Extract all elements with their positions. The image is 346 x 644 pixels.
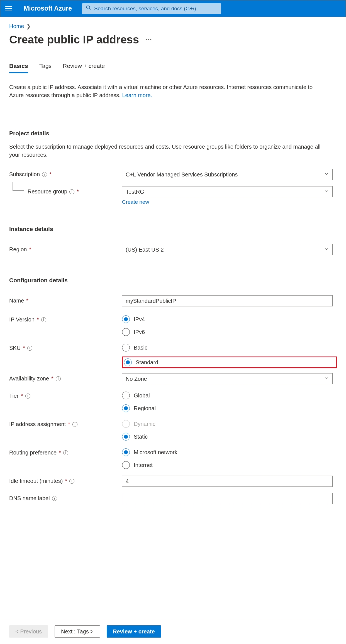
required-icon: * <box>65 478 67 484</box>
availability-zone-select[interactable]: No Zone <box>122 373 333 384</box>
info-icon[interactable]: i <box>27 346 32 351</box>
info-icon[interactable]: i <box>63 450 68 455</box>
required-icon: * <box>68 421 70 427</box>
info-icon[interactable]: i <box>25 394 30 399</box>
dns-name-label: DNS name label <box>9 495 50 502</box>
resource-group-label: Resource group <box>28 188 67 195</box>
previous-button[interactable]: < Previous <box>9 625 48 638</box>
info-icon[interactable]: i <box>69 189 74 194</box>
next-button[interactable]: Next : Tags > <box>55 625 100 638</box>
required-icon: * <box>23 345 25 351</box>
chevron-right-icon: ❯ <box>26 23 31 30</box>
page-title: Create public IP address <box>9 33 139 46</box>
chevron-down-icon <box>324 376 329 382</box>
radio-sku-basic[interactable]: Basic <box>122 344 337 352</box>
required-icon: * <box>77 188 79 195</box>
tab-basics[interactable]: Basics <box>9 63 28 73</box>
required-icon: * <box>37 316 39 323</box>
radio-ipv4[interactable]: IPv4 <box>122 315 337 323</box>
routing-preference-label: Routing preference <box>9 449 57 456</box>
global-search-input[interactable]: Search resources, services, and docs (G+… <box>82 3 221 14</box>
tier-label: Tier <box>9 393 19 399</box>
dns-name-input[interactable] <box>122 493 333 504</box>
project-details-desc: Select the subscription to manage deploy… <box>9 143 330 159</box>
footer-actions: < Previous Next : Tags > Review + create <box>0 619 346 644</box>
radio-tier-regional[interactable]: Regional <box>122 404 337 412</box>
breadcrumb: Home ❯ <box>9 23 337 30</box>
radio-tier-global[interactable]: Global <box>122 392 337 399</box>
required-icon: * <box>51 375 53 382</box>
search-icon <box>86 5 91 12</box>
radio-assign-static[interactable]: Static <box>122 433 337 441</box>
chevron-down-icon <box>324 189 329 195</box>
ip-version-label: IP Version <box>9 316 35 323</box>
radio-routing-internet[interactable]: Internet <box>122 461 337 469</box>
name-label: Name <box>9 298 24 304</box>
subscription-label: Subscription <box>9 171 40 178</box>
info-icon[interactable]: i <box>56 376 61 381</box>
section-instance-details-heading: Instance details <box>9 226 337 232</box>
required-icon: * <box>26 298 28 304</box>
info-icon[interactable]: i <box>69 479 74 484</box>
svg-line-1 <box>89 9 90 10</box>
svg-point-0 <box>86 6 90 9</box>
learn-more-link[interactable]: Learn more. <box>122 92 152 98</box>
radio-routing-microsoft[interactable]: Microsoft network <box>122 448 337 456</box>
idle-timeout-input[interactable]: 4 <box>122 476 333 487</box>
radio-sku-standard[interactable]: Standard <box>124 358 158 366</box>
intro-text: Create a public IP address. Associate it… <box>9 83 324 99</box>
radio-ipv6[interactable]: IPv6 <box>122 328 337 336</box>
ip-version-radio-group: IPv4 IPv6 <box>122 314 337 336</box>
info-icon[interactable]: i <box>72 422 77 427</box>
section-project-details-heading: Project details <box>9 130 337 137</box>
section-config-details-heading: Configuration details <box>9 277 337 284</box>
availability-zone-label: Availability zone <box>9 375 49 382</box>
idle-timeout-label: Idle timeout (minutes) <box>9 478 63 484</box>
chevron-down-icon <box>324 171 329 178</box>
brand-label[interactable]: Microsoft Azure <box>24 5 72 12</box>
resource-group-select[interactable]: TestRG <box>122 186 333 197</box>
top-bar: Microsoft Azure Search resources, servic… <box>0 0 346 17</box>
region-label: Region <box>9 246 27 253</box>
sku-label: SKU <box>9 345 21 351</box>
info-icon[interactable]: i <box>42 172 47 177</box>
breadcrumb-home[interactable]: Home <box>9 23 24 30</box>
tree-line-icon <box>13 182 24 191</box>
ip-assignment-radio-group: Dynamic Static <box>122 419 337 441</box>
subscription-select[interactable]: C+L Vendor Managed Services Subscription… <box>122 169 333 180</box>
name-input[interactable]: myStandardPublicIP <box>122 295 333 306</box>
ip-assignment-label: IP address assignment <box>9 421 66 427</box>
required-icon: * <box>49 171 52 178</box>
more-actions-icon[interactable]: ••• <box>146 37 152 42</box>
review-create-button[interactable]: Review + create <box>107 625 161 638</box>
radio-assign-dynamic: Dynamic <box>122 420 337 428</box>
info-icon[interactable]: i <box>52 496 57 501</box>
search-placeholder: Search resources, services, and docs (G+… <box>94 6 196 12</box>
required-icon: * <box>21 393 23 399</box>
tab-tags[interactable]: Tags <box>39 63 52 73</box>
required-icon: * <box>59 449 61 456</box>
tabs: Basics Tags Review + create <box>9 63 337 73</box>
region-select[interactable]: (US) East US 2 <box>122 244 333 255</box>
required-icon: * <box>29 246 31 253</box>
highlight-annotation: Standard <box>122 357 337 368</box>
info-icon[interactable]: i <box>41 317 46 322</box>
sku-radio-group: Basic Standard <box>122 343 337 368</box>
tier-radio-group: Global Regional <box>122 390 337 412</box>
tab-review-create[interactable]: Review + create <box>63 63 105 73</box>
create-new-link[interactable]: Create new <box>122 199 149 205</box>
chevron-down-icon <box>324 247 329 253</box>
hamburger-menu-icon[interactable] <box>5 4 14 13</box>
routing-radio-group: Microsoft network Internet <box>122 447 337 469</box>
